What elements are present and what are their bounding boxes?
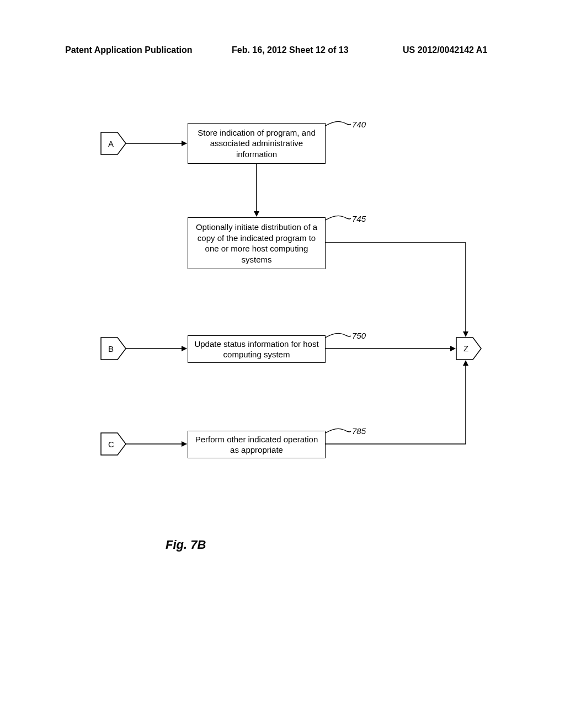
connector-z-label: Z — [463, 344, 468, 353]
page-root: Patent Application Publication Feb. 16, … — [0, 0, 565, 728]
diagram-lines — [0, 0, 565, 728]
box-740: Store indication of program, and associa… — [188, 123, 326, 164]
connector-a-label: A — [108, 139, 114, 148]
connector-c-label: C — [108, 440, 114, 449]
header-right: US 2012/0042142 A1 — [403, 45, 487, 55]
connector-b-label: B — [108, 344, 114, 354]
box-750: Update status information for host compu… — [188, 335, 326, 363]
header-left: Patent Application Publication — [65, 45, 193, 55]
connector-z-shape — [456, 338, 481, 360]
ref-740: 740 — [352, 120, 366, 129]
header-center: Feb. 16, 2012 Sheet 12 of 13 — [232, 45, 349, 55]
box-785: Perform other indicated operation as app… — [188, 431, 326, 458]
ref-785: 785 — [352, 426, 366, 436]
figure-label: Fig. 7B — [166, 538, 206, 552]
ref-750: 750 — [352, 331, 366, 340]
box-745: Optionally initiate distribution of a co… — [188, 217, 326, 269]
ref-745: 745 — [352, 214, 366, 223]
